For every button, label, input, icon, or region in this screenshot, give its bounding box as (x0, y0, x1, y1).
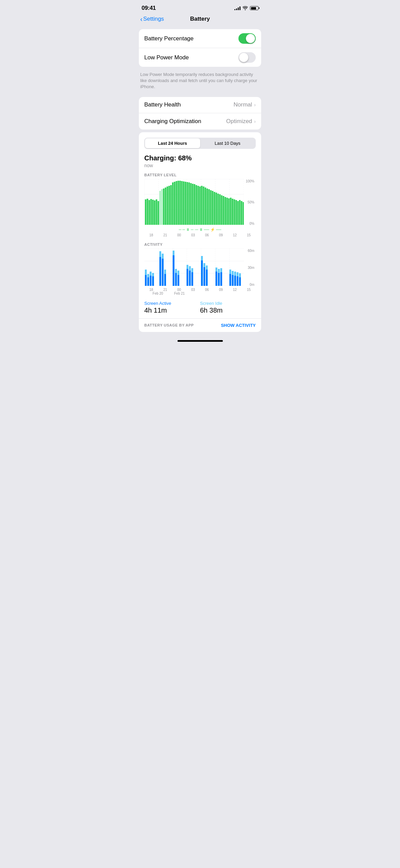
svg-rect-117 (232, 275, 233, 286)
svg-rect-51 (215, 193, 217, 225)
battery-usage-footer: BATTERY USAGE BY APP SHOW ACTIVITY (139, 319, 261, 332)
battery-percentage-row[interactable]: Battery Percentage (139, 29, 261, 48)
charging-indicators: ─ ─ ⏸ ─ ·─ ⏸ ── ⚡ ── (144, 226, 256, 233)
battery-y-labels: 100% 50% 0% (244, 179, 256, 226)
charge-pause-icon: ⏸ (186, 228, 190, 232)
battery-x-label-21: 21 (158, 233, 172, 237)
svg-rect-94 (175, 269, 177, 273)
battery-health-right: Normal › (234, 101, 256, 108)
activity-chart-area: 60m 30m 0m (144, 249, 256, 287)
activity-x-label-21: 21 (158, 288, 172, 292)
home-indicator[interactable] (177, 340, 223, 342)
activity-chart-main (144, 249, 244, 287)
svg-rect-89 (164, 274, 166, 286)
svg-rect-43 (201, 186, 202, 225)
svg-rect-115 (229, 274, 231, 286)
svg-rect-34 (185, 182, 186, 225)
svg-rect-25 (168, 186, 170, 225)
time-range-segmented-control[interactable]: Last 24 Hours Last 10 Days (144, 138, 256, 149)
charging-optimization-label: Charging Optimization (144, 118, 201, 125)
svg-rect-35 (187, 182, 188, 225)
svg-rect-112 (218, 269, 219, 273)
svg-rect-39 (194, 184, 195, 225)
last-10-days-button[interactable]: Last 10 Days (200, 138, 255, 148)
svg-rect-113 (220, 272, 222, 286)
svg-rect-120 (234, 272, 236, 276)
svg-rect-27 (172, 182, 173, 225)
svg-rect-110 (215, 268, 217, 272)
svg-rect-53 (219, 194, 220, 225)
svg-rect-80 (147, 274, 149, 277)
svg-rect-92 (173, 251, 174, 255)
nav-bar: ‹ Settings Battery (133, 14, 267, 26)
svg-rect-82 (150, 272, 151, 276)
battery-y-label-100: 100% (245, 180, 254, 183)
battery-health-value: Normal (234, 101, 252, 108)
activity-y-label-60m: 60m (245, 249, 254, 253)
svg-rect-121 (237, 276, 238, 286)
screen-idle-label: Screen Idle (200, 301, 256, 306)
battery-level-chart-label: BATTERY LEVEL (144, 173, 256, 177)
svg-rect-12 (145, 199, 146, 225)
svg-rect-96 (177, 271, 179, 275)
svg-rect-38 (192, 184, 193, 225)
activity-x-label-00: 00 (172, 288, 186, 292)
charging-title: Charging: 68% (144, 154, 256, 162)
svg-rect-46 (207, 189, 208, 225)
low-power-mode-row[interactable]: Low Power Mode (139, 48, 261, 67)
wifi-icon (243, 6, 248, 10)
svg-rect-44 (203, 186, 204, 225)
screen-active-value: 4h 11m (144, 307, 200, 314)
battery-percentage-toggle[interactable] (238, 33, 256, 44)
battery-toggle-section: Battery Percentage Low Power Mode (139, 29, 261, 67)
svg-rect-23 (165, 188, 166, 225)
activity-x-label-09: 09 (214, 288, 228, 292)
battery-level-chart-container: BATTERY LEVEL (139, 169, 261, 238)
date-labels-row: Feb 20 Feb 21 (144, 292, 256, 297)
last-24-hours-button[interactable]: Last 24 Hours (145, 138, 200, 148)
battery-x-label-06: 06 (200, 233, 214, 237)
svg-rect-81 (150, 276, 151, 286)
svg-rect-104 (201, 256, 203, 260)
activity-y-labels: 60m 30m 0m (244, 249, 256, 287)
date-feb20-label: Feb 20 (144, 292, 171, 295)
svg-rect-15 (150, 199, 152, 225)
svg-rect-105 (204, 267, 205, 286)
svg-rect-24 (167, 186, 168, 225)
svg-rect-21 (161, 189, 163, 225)
screen-idle-value: 6h 38m (200, 307, 256, 314)
svg-rect-59 (230, 198, 231, 225)
svg-rect-91 (173, 255, 174, 286)
show-activity-button[interactable]: SHOW ACTIVITY (221, 323, 256, 328)
svg-rect-87 (162, 259, 164, 286)
back-button[interactable]: ‹ Settings (140, 15, 164, 23)
charging-optimization-value: Optimized (226, 118, 252, 125)
svg-rect-19 (157, 201, 159, 225)
battery-usage-by-app-label: BATTERY USAGE BY APP (144, 323, 194, 327)
charging-optimization-row[interactable]: Charging Optimization Optimized › (139, 113, 261, 130)
svg-rect-57 (226, 198, 228, 225)
toggle-thumb (246, 34, 255, 43)
svg-rect-77 (145, 275, 147, 286)
screen-idle-stat: Screen Idle 6h 38m (200, 301, 256, 314)
battery-percentage-label: Battery Percentage (144, 35, 194, 42)
low-power-mode-toggle[interactable] (238, 52, 256, 63)
svg-rect-13 (147, 199, 148, 225)
battery-health-label: Battery Health (144, 101, 181, 108)
svg-rect-36 (188, 182, 190, 225)
svg-rect-28 (174, 182, 175, 225)
page-title: Battery (190, 16, 210, 22)
svg-rect-40 (195, 185, 197, 225)
date-feb21-label: Feb 21 (171, 292, 256, 295)
charging-subtitle: now (144, 163, 256, 168)
svg-rect-50 (214, 192, 215, 225)
battery-health-row[interactable]: Battery Health Normal › (139, 97, 261, 113)
svg-rect-14 (148, 200, 150, 225)
svg-rect-124 (239, 273, 241, 277)
activity-x-label-18: 18 (144, 288, 158, 292)
svg-rect-103 (201, 260, 203, 286)
activity-x-labels: 18 21 00 03 06 09 12 15 (144, 287, 256, 292)
charge-dash2-icon: ── (216, 228, 222, 232)
battery-x-label-09: 09 (214, 233, 228, 237)
svg-rect-114 (220, 268, 222, 272)
